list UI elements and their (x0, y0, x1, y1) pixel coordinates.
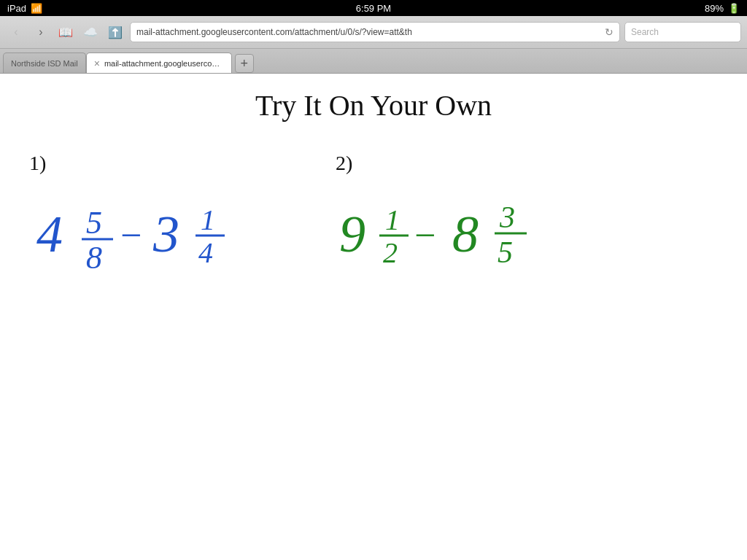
battery-icon: 🔋 (728, 3, 740, 14)
device-label: iPad (7, 3, 26, 14)
problem-2-number: 2) (336, 152, 352, 175)
back-button[interactable]: ‹ (6, 22, 26, 42)
svg-text:1: 1 (385, 203, 400, 236)
tab-northside-title: Northside ISD Mail (11, 59, 78, 68)
tab-attachment-title: mail-attachment.googleusercontent.com/at… (104, 59, 224, 68)
problem-2-expression: 9 1 2 − 8 3 5 (336, 182, 598, 277)
status-right: 89% 🔋 (705, 3, 740, 14)
status-bar: iPad 📶 6:59 PM 89% 🔋 (0, 0, 747, 16)
svg-text:4: 4 (36, 205, 63, 263)
svg-text:4: 4 (198, 236, 213, 269)
bookmarks-button[interactable]: 📖 (55, 22, 76, 42)
icloud-button[interactable]: ☁️ (80, 22, 101, 42)
status-time: 6:59 PM (356, 3, 391, 14)
browser-chrome: ‹ › 📖 ☁️ ⬆️ mail-attachment.googleuserco… (0, 16, 747, 49)
tab-attachment[interactable]: × mail-attachment.googleusercontent.com/… (86, 52, 232, 73)
svg-text:1: 1 (201, 203, 215, 236)
status-left: iPad 📶 (7, 3, 42, 14)
share-button[interactable]: ⬆️ (105, 22, 125, 42)
forward-button[interactable]: › (31, 22, 51, 42)
problems-area: 1) 4 5 8 − 3 1 4 2) (29, 152, 718, 277)
svg-text:8: 8 (86, 240, 102, 276)
problem-1-expression: 4 5 8 − 3 1 4 (29, 182, 277, 277)
search-box[interactable]: Search (624, 22, 741, 42)
problem-1-number: 1) (29, 152, 46, 175)
svg-text:5: 5 (86, 205, 102, 241)
tab-close-icon[interactable]: × (94, 58, 100, 69)
reload-button[interactable]: ↻ (605, 26, 614, 38)
svg-text:−: − (414, 214, 436, 256)
page-content: Try It On Your Own 1) 4 5 8 − 3 1 4 (0, 74, 747, 560)
svg-text:8: 8 (452, 205, 479, 263)
tab-northside[interactable]: Northside ISD Mail (3, 52, 86, 73)
nav-bar: ‹ › 📖 ☁️ ⬆️ mail-attachment.googleuserco… (0, 16, 747, 48)
page-title: Try It On Your Own (255, 88, 492, 122)
address-bar[interactable]: mail-attachment.googleusercontent.com/at… (130, 22, 620, 42)
battery-label: 89% (705, 3, 724, 14)
svg-text:2: 2 (383, 236, 398, 269)
svg-text:9: 9 (339, 205, 365, 263)
tab-bar: Northside ISD Mail × mail-attachment.goo… (0, 49, 747, 74)
wifi-icon: 📶 (31, 3, 42, 14)
new-tab-button[interactable]: + (235, 54, 254, 73)
svg-text:−: − (120, 214, 142, 256)
search-placeholder: Search (631, 27, 659, 37)
svg-text:5: 5 (498, 236, 513, 269)
address-text: mail-attachment.googleusercontent.com/at… (136, 27, 602, 37)
svg-text:3: 3 (499, 201, 515, 234)
problem-2: 2) 9 1 2 − 8 3 5 (336, 152, 627, 277)
svg-text:3: 3 (152, 205, 179, 263)
problem-1: 1) 4 5 8 − 3 1 4 (29, 152, 292, 277)
